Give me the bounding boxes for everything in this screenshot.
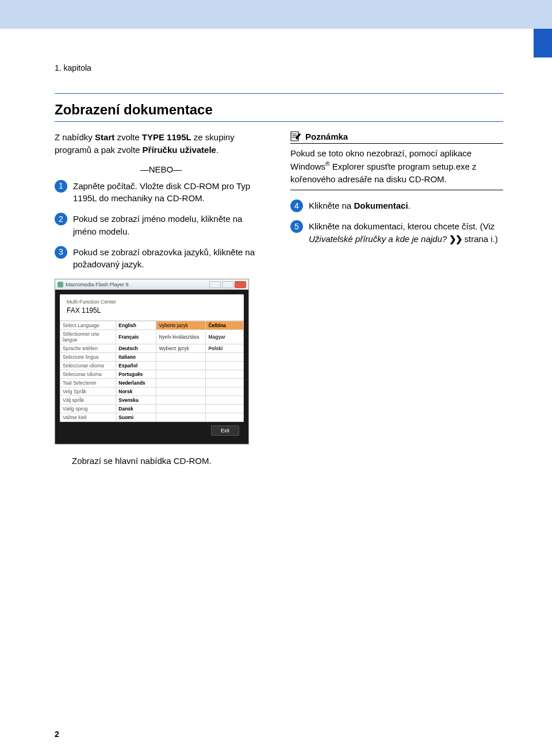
arrows-icon: ❯❯ <box>449 234 462 244</box>
lang-name-2[interactable] <box>206 413 244 422</box>
rule-mid <box>55 121 503 122</box>
lang-name[interactable]: Suomi <box>116 413 156 422</box>
intro-g: . <box>216 145 218 155</box>
right-column: Poznámka Pokud se toto okno nezobrazí, p… <box>290 131 503 467</box>
lang-prompt: Select Language <box>60 321 116 330</box>
s5-a: Klikněte na dokumentaci, kterou chcete č… <box>309 221 494 231</box>
lang-name-2[interactable] <box>206 387 244 396</box>
step-4-text: Klikněte na Dokumentaci. <box>309 199 503 212</box>
flash-screenshot: Macromedia Flash Player 8 Mu <box>55 279 267 444</box>
lang-name[interactable]: Français <box>116 330 156 344</box>
exit-button[interactable]: Exit <box>211 425 239 436</box>
flash-app-icon <box>57 282 63 287</box>
language-row[interactable]: Sélectionner une langueFrançaisNyelv kiv… <box>60 330 244 344</box>
lang-prompt: Valitse kieli <box>60 413 116 422</box>
language-row[interactable]: Velg SpråkNorsk <box>60 387 244 396</box>
note-body: Pokud se toto okno nezobrazí, pomocí apl… <box>290 147 503 190</box>
note-title: Poznámka <box>305 132 348 141</box>
bullet-2: 2 <box>55 213 67 225</box>
lang-prompt-2 <box>156 353 206 362</box>
side-tab <box>534 29 552 57</box>
close-button[interactable] <box>235 281 246 288</box>
lang-name[interactable]: Deutsch <box>116 344 156 353</box>
language-row[interactable]: Selezione linguaItaliano <box>60 353 244 362</box>
intro-c: zvolte <box>114 132 142 142</box>
lang-name-2[interactable] <box>206 396 244 405</box>
language-table: Select LanguageEnglishVyberte jazykČešti… <box>60 321 244 422</box>
lang-prompt: Sprache wählen <box>60 344 116 353</box>
lang-name[interactable]: Norsk <box>116 387 156 396</box>
step-2-text: Pokud se zobrazí jméno modelu, klikněte … <box>73 213 267 238</box>
window-buttons <box>209 281 246 288</box>
lang-name-2[interactable]: Čeština <box>206 321 244 330</box>
or-label: —NEBO— <box>55 164 267 174</box>
minimize-button[interactable] <box>209 281 221 288</box>
lang-name[interactable]: Português <box>116 370 156 379</box>
lang-prompt-2 <box>156 413 206 422</box>
lang-name-2[interactable]: Magyar <box>206 330 244 344</box>
language-row[interactable]: Seleccionar idiomaEspañol <box>60 362 244 370</box>
model-label: FAX 1195L <box>67 306 238 314</box>
language-row[interactable]: Taal SelecterenNederlands <box>60 379 244 387</box>
step-1-text: Zapněte počítač. Vložte disk CD-ROM pro … <box>73 180 267 205</box>
language-row[interactable]: Vælg sprogDansk <box>60 405 244 413</box>
lang-name[interactable]: Italiano <box>116 353 156 362</box>
s5-b: Uživatelské příručky a kde je najdu? <box>309 234 447 244</box>
language-row[interactable]: Välj språkSvenska <box>60 396 244 405</box>
left-column: Z nabídky Start zvolte TYPE 1195L ze sku… <box>55 131 267 467</box>
lang-name-2[interactable]: Polski <box>206 344 244 353</box>
language-row[interactable]: Select LanguageEnglishVyberte jazykČešti… <box>60 321 244 330</box>
step-3-text: Pokud se zobrazí obrazovka jazyků, klikn… <box>73 246 267 271</box>
language-row[interactable]: Sprache wählenDeutschWybierz językPolski <box>60 344 244 353</box>
lang-name-2[interactable] <box>206 379 244 387</box>
lang-name[interactable]: Español <box>116 362 156 370</box>
intro-paragraph: Z nabídky Start zvolte TYPE 1195L ze sku… <box>55 131 267 156</box>
flash-title: Macromedia Flash Player 8 <box>66 282 129 287</box>
step-1: 1 Zapněte počítač. Vložte disk CD-ROM pr… <box>55 180 267 205</box>
mfc-label: Multi-Function Center <box>67 299 238 305</box>
intro-d: TYPE 1195L <box>142 132 191 142</box>
lang-name[interactable]: Nederlands <box>116 379 156 387</box>
s4-c: . <box>408 201 411 210</box>
intro-a: Z nabídky <box>55 132 95 142</box>
flash-card-header: Multi-Function Center FAX 1195L <box>60 294 244 321</box>
section-heading: Zobrazení dokumentace <box>55 102 503 118</box>
lang-prompt: Seleccionar idioma <box>60 362 116 370</box>
reg-mark: ® <box>325 160 330 167</box>
lang-name-2[interactable] <box>206 362 244 370</box>
language-row[interactable]: Valitse kieliSuomi <box>60 413 244 422</box>
step-5: 5 Klikněte na dokumentaci, kterou chcete… <box>290 220 503 245</box>
intro-f: Příručku uživatele <box>143 145 216 155</box>
lang-prompt: Sélectionner une langue <box>60 330 116 344</box>
step-4: 4 Klikněte na Dokumentaci. <box>290 199 503 212</box>
lang-prompt-2: Wybierz język <box>156 344 206 353</box>
page-number: 2 <box>55 730 59 739</box>
lang-prompt: Vælg sprog <box>60 405 116 413</box>
after-screenshot-text: Zobrazí se hlavní nabídka CD-ROM. <box>55 455 267 467</box>
lang-prompt-2 <box>156 396 206 405</box>
lang-prompt-2 <box>156 405 206 413</box>
lang-name-2[interactable] <box>206 405 244 413</box>
note-icon <box>290 131 302 141</box>
lang-name-2[interactable] <box>206 370 244 379</box>
intro-b: Start <box>95 132 114 142</box>
lang-prompt-2 <box>156 379 206 387</box>
lang-prompt: Taal Selecteren <box>60 379 116 387</box>
maximize-button[interactable] <box>222 281 233 288</box>
lang-prompt-2: Vyberte jazyk <box>156 321 206 330</box>
lang-name-2[interactable] <box>206 353 244 362</box>
language-row[interactable]: Selecionar IdiomaPortuguês <box>60 370 244 379</box>
s4-b: Dokumentaci <box>354 201 408 210</box>
lang-name[interactable]: Svenska <box>116 396 156 405</box>
lang-prompt-2 <box>156 387 206 396</box>
bullet-4: 4 <box>290 199 303 212</box>
note-box: Poznámka Pokud se toto okno nezobrazí, p… <box>290 131 503 190</box>
bullet-5: 5 <box>290 220 303 233</box>
lang-name[interactable]: Dansk <box>116 405 156 413</box>
flash-window: Macromedia Flash Player 8 Mu <box>55 279 249 444</box>
lang-name[interactable]: English <box>116 321 156 330</box>
lang-prompt: Selezione lingua <box>60 353 116 362</box>
chapter-label: 1. kapitola <box>55 63 503 72</box>
step-3: 3 Pokud se zobrazí obrazovka jazyků, kli… <box>55 246 267 271</box>
lang-prompt-2: Nyelv kiválasztása <box>156 330 206 344</box>
